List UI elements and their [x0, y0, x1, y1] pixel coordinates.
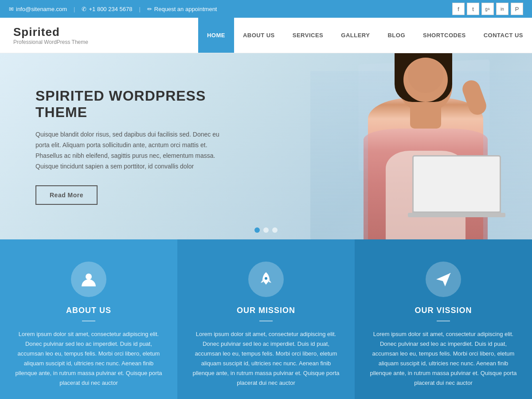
pinterest-icon[interactable]: P	[511, 3, 523, 15]
about-text: Lorem ipsum dolor sit amet, consectetur …	[13, 329, 164, 388]
slider-dot-2[interactable]	[263, 227, 269, 233]
nav-gallery[interactable]: GALLERY	[332, 18, 379, 53]
google-plus-icon[interactable]: g+	[481, 3, 494, 15]
nav-contact[interactable]: CONTACT US	[475, 18, 532, 53]
feature-card-about: ABOUT US Lorem ipsum dolor sit amet, con…	[0, 239, 177, 399]
logo-area[interactable]: Spirited Professional WordPress Theme	[0, 18, 102, 53]
logo-subtitle: Professional WordPress Theme	[13, 39, 88, 45]
slider-dot-1[interactable]	[254, 227, 260, 233]
email-info[interactable]: ✉ info@sitename.com	[9, 6, 67, 12]
hero-content: SPIRITED WORDPRESS THEME Quisque blandit…	[0, 88, 266, 204]
feature-card-vision: OUR VISSION Lorem ipsum dolor sit amet, …	[355, 239, 532, 399]
hero-read-more-button[interactable]: Read More	[35, 185, 98, 205]
nav-services[interactable]: SERVICES	[284, 18, 332, 53]
hero-section: SPIRITED WORDPRESS THEME Quisque blandit…	[0, 53, 532, 239]
hero-title: SPIRITED WORDPRESS THEME	[35, 88, 231, 121]
facebook-icon[interactable]: f	[452, 3, 465, 15]
social-icons-group: f t g+ in P	[452, 3, 523, 15]
hero-text: Quisque blandit dolor risus, sed dapibus…	[35, 129, 231, 172]
vision-divider	[437, 321, 450, 321]
vision-text: Lorem ipsum dolor sit amet, consectetur …	[368, 329, 519, 388]
feature-card-mission: OUR MISSION Lorem ipsum dolor sit amet, …	[177, 239, 355, 399]
person-icon	[81, 271, 97, 287]
paper-plane-icon	[435, 271, 451, 287]
phone-text: +1 800 234 5678	[89, 6, 132, 12]
header: Spirited Professional WordPress Theme HO…	[0, 18, 532, 53]
email-text: info@sitename.com	[16, 6, 67, 12]
mission-icon-circle	[248, 262, 284, 297]
appointment-text: Request an appointment	[154, 6, 217, 12]
svg-point-0	[86, 274, 92, 280]
divider-2: |	[139, 6, 140, 12]
about-divider	[82, 321, 95, 321]
top-bar: ✉ info@sitename.com | ✆ +1 800 234 5678 …	[0, 0, 532, 18]
features-section: ABOUT US Lorem ipsum dolor sit amet, con…	[0, 239, 532, 399]
mission-title: OUR MISSION	[237, 306, 295, 315]
vision-title: OUR VISSION	[415, 306, 472, 315]
slider-dot-3[interactable]	[272, 227, 278, 233]
divider-1: |	[74, 6, 75, 12]
appointment-info[interactable]: ✏ Request an appointment	[147, 6, 217, 12]
about-title: ABOUT US	[66, 306, 111, 315]
phone-info[interactable]: ✆ +1 800 234 5678	[82, 6, 132, 12]
linkedin-icon[interactable]: in	[496, 3, 509, 15]
nav-shortcodes[interactable]: SHORTCODES	[414, 18, 475, 53]
nav-blog[interactable]: BLOG	[379, 18, 414, 53]
rocket-icon	[258, 271, 274, 287]
main-nav: HOME ABOUT US SERVICES GALLERY BLOG SHOR…	[198, 18, 532, 53]
vision-icon-circle	[426, 262, 461, 297]
mission-divider	[259, 321, 273, 321]
pen-icon: ✏	[147, 6, 152, 12]
top-bar-left: ✉ info@sitename.com | ✆ +1 800 234 5678 …	[9, 6, 217, 12]
about-icon-circle	[71, 262, 106, 297]
phone-icon: ✆	[82, 6, 86, 12]
slider-dots	[254, 227, 278, 233]
twitter-icon[interactable]: t	[467, 3, 479, 15]
email-icon: ✉	[9, 6, 14, 12]
svg-point-1	[265, 277, 267, 280]
nav-home[interactable]: HOME	[198, 18, 234, 53]
mission-text: Lorem ipsum dolor sit amet, consectetur …	[191, 329, 341, 388]
logo-title: Spirited	[13, 25, 88, 39]
nav-about[interactable]: ABOUT US	[234, 18, 284, 53]
